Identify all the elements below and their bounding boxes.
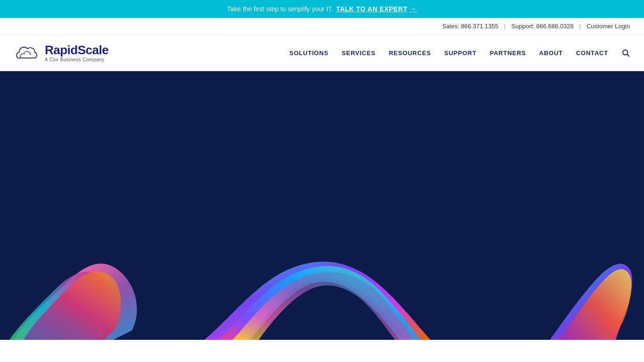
arrow-icon: → — [409, 5, 417, 13]
nav-item-search[interactable] — [621, 49, 630, 57]
nav-item-about[interactable]: ABOUT — [539, 49, 563, 57]
separator-1: | — [504, 23, 505, 30]
svg-line-1 — [627, 54, 629, 56]
search-button[interactable] — [621, 49, 630, 57]
logo-area: RapidScale A Cox Business Company — [14, 43, 108, 62]
nav-link-resources[interactable]: RESOURCES — [389, 49, 431, 57]
wave-decoration-right — [540, 255, 635, 340]
hero-section — [0, 71, 644, 340]
nav-link-services[interactable]: SERVICES — [342, 49, 376, 57]
brand-logo-icon — [14, 43, 40, 62]
nav-link-about[interactable]: ABOUT — [539, 49, 563, 57]
customer-login-link[interactable]: Customer Login — [586, 23, 630, 30]
nav-item-partners[interactable]: PARTNERS — [490, 49, 526, 57]
announcement-cta[interactable]: TALK TO AN EXPERT → — [336, 5, 417, 13]
announcement-text: Take the first step to simplify your IT. — [227, 5, 333, 13]
brand-rapid: Rapid — [45, 43, 78, 57]
nav-item-support[interactable]: SUPPORT — [444, 49, 476, 57]
brand-scale: Scale — [78, 43, 108, 57]
announcement-bar: Take the first step to simplify your IT.… — [0, 0, 644, 18]
nav-item-services[interactable]: SERVICES — [342, 49, 376, 57]
nav-link-contact[interactable]: CONTACT — [576, 49, 608, 57]
search-icon — [621, 49, 630, 57]
sub-brand: A Cox Business Company — [45, 57, 108, 62]
logo-text: RapidScale A Cox Business Company — [45, 44, 108, 62]
nav-item-resources[interactable]: RESOURCES — [389, 49, 431, 57]
nav-item-contact[interactable]: CONTACT — [576, 49, 608, 57]
nav-link-solutions[interactable]: SOLUTIONS — [289, 49, 329, 57]
nav-link-support[interactable]: SUPPORT — [444, 49, 476, 57]
nav-item-solutions[interactable]: SOLUTIONS — [289, 49, 329, 57]
sales-info: Sales: 866.371.1355 — [442, 23, 498, 30]
nav-link-partners[interactable]: PARTNERS — [490, 49, 526, 57]
main-navbar: RapidScale A Cox Business Company SOLUTI… — [0, 35, 644, 71]
wave-decoration-left — [9, 236, 151, 340]
wave-decoration-center — [181, 246, 463, 340]
separator-2: | — [579, 23, 581, 30]
support-info: Support: 866.686.0328 — [512, 23, 574, 30]
logo-container: RapidScale A Cox Business Company — [14, 43, 108, 62]
utility-bar: Sales: 866.371.1355 | Support: 866.686.0… — [0, 18, 644, 35]
brand-name: RapidScale — [45, 44, 108, 56]
nav-menu: SOLUTIONS SERVICES RESOURCES SUPPORT PAR… — [289, 49, 630, 57]
